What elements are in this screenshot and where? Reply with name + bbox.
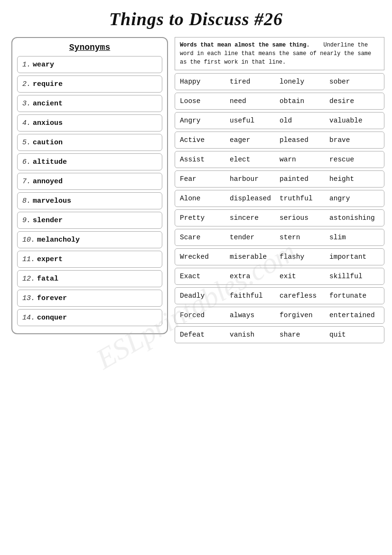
synonym-num: 10.: [22, 236, 35, 244]
answer-word: quit: [329, 331, 379, 339]
answer-word: Defeat: [180, 331, 230, 339]
synonym-item: 10.melancholy: [17, 231, 162, 248]
synonym-num: 3.: [22, 100, 31, 108]
answer-word: valuable: [329, 117, 379, 124]
answer-row: Looseneedobtaindesire: [175, 93, 384, 110]
answer-word: warn: [280, 156, 329, 163]
synonym-item: 7.annoyed: [17, 173, 162, 190]
answer-word: painted: [280, 175, 329, 183]
answer-word: important: [329, 253, 379, 261]
synonym-num: 14.: [22, 314, 35, 322]
synonym-word: caution: [33, 139, 63, 147]
synonym-item: 2.require: [17, 75, 162, 93]
answer-word: Scare: [180, 234, 230, 241]
answer-word: Fear: [180, 175, 230, 183]
answer-word: Deadly: [180, 292, 230, 300]
synonym-num: 2.: [22, 80, 31, 88]
answer-word: tender: [230, 234, 280, 241]
synonym-item: 14.conquer: [17, 309, 162, 326]
synonym-item: 9.slender: [17, 212, 162, 229]
answer-word: skillful: [329, 273, 379, 280]
answer-word: truthful: [280, 195, 329, 202]
main-content: Synonyms 1.weary2.require3.ancient4.anxi…: [11, 37, 381, 346]
synonyms-column: Synonyms 1.weary2.require3.ancient4.anxi…: [11, 37, 168, 334]
answer-word: serious: [280, 214, 329, 222]
synonym-item: 6.altitude: [17, 153, 162, 170]
answer-word: pleased: [280, 136, 329, 144]
synonym-item: 1.weary: [17, 56, 162, 73]
synonym-num: 5.: [22, 139, 31, 147]
answer-word: angry: [329, 195, 379, 202]
synonym-word: annoyed: [33, 178, 63, 186]
answer-word: slim: [329, 234, 379, 241]
synonyms-heading: Synonyms: [17, 43, 162, 52]
answer-row: Prettysincereseriousastonishing: [175, 209, 384, 226]
synonym-word: expert: [37, 255, 63, 263]
synonym-num: 11.: [22, 255, 35, 263]
answer-word: fortunate: [329, 292, 379, 300]
answer-word: useful: [230, 117, 280, 124]
answer-word: displeased: [230, 195, 280, 202]
answer-word: vanish: [230, 331, 280, 339]
answer-word: exit: [280, 273, 329, 280]
answer-row: Happytiredlonelysober: [175, 73, 384, 90]
answer-row: Exactextraexitskillful: [175, 268, 384, 285]
answer-word: entertained: [329, 311, 379, 319]
answer-word: miserable: [230, 253, 280, 261]
synonym-word: altitude: [33, 158, 67, 166]
synonym-item: 3.ancient: [17, 95, 162, 112]
answer-word: need: [230, 97, 280, 105]
synonym-num: 6.: [22, 158, 31, 166]
answer-row: Wreckedmiserableflashyimportant: [175, 248, 384, 265]
answer-word: forgiven: [280, 311, 329, 319]
synonym-word: melancholy: [37, 236, 80, 244]
answer-row: Scaretendersternslim: [175, 229, 384, 246]
synonym-num: 9.: [22, 216, 31, 225]
answer-word: Assist: [180, 156, 230, 163]
answer-word: height: [329, 175, 379, 183]
answer-word: stern: [280, 234, 329, 241]
page-title: Things to Discuss #26: [11, 9, 381, 29]
synonym-item: 11.expert: [17, 251, 162, 268]
answer-word: Angry: [180, 117, 230, 124]
synonym-item: 4.anxious: [17, 114, 162, 132]
instruction-box: Words that mean almost the same thing. U…: [175, 37, 384, 70]
answer-word: Pretty: [180, 214, 230, 222]
answer-row: Forcedalwaysforgivenentertained: [175, 307, 384, 324]
answer-word: astonishing: [329, 214, 379, 222]
instruction-text1: Words that mean almost the same thing.: [180, 42, 310, 48]
synonym-word: require: [33, 80, 63, 88]
synonyms-list: 1.weary2.require3.ancient4.anxious5.caut…: [17, 56, 162, 326]
answer-row: Fearharbourpaintedheight: [175, 170, 384, 188]
answer-word: extra: [230, 273, 280, 280]
answer-word: obtain: [280, 97, 329, 105]
answer-word: desire: [329, 97, 379, 105]
answer-word: Forced: [180, 311, 230, 319]
answers-column: Words that mean almost the same thing. U…: [175, 37, 384, 346]
synonym-item: 5.caution: [17, 134, 162, 151]
answer-word: elect: [230, 156, 280, 163]
answer-word: lonely: [280, 78, 329, 85]
answer-word: Happy: [180, 78, 230, 85]
synonym-item: 8.marvelous: [17, 192, 162, 209]
synonym-item: 12.fatal: [17, 270, 162, 287]
synonym-word: slender: [33, 216, 63, 225]
answer-word: tired: [230, 78, 280, 85]
answer-word: Loose: [180, 97, 230, 105]
answer-word: carefless: [280, 292, 329, 300]
answer-word: sober: [329, 78, 379, 85]
answer-word: flashy: [280, 253, 329, 261]
answer-word: faithful: [230, 292, 280, 300]
answer-word: Alone: [180, 195, 230, 202]
synonym-item: 13.forever: [17, 290, 162, 307]
synonym-word: marvelous: [33, 197, 71, 205]
synonym-num: 1.: [22, 61, 31, 69]
answer-row: Alonedispleasedtruthfulangry: [175, 190, 384, 207]
answer-word: rescue: [329, 156, 379, 163]
synonym-num: 13.: [22, 294, 35, 302]
answer-row: Defeatvanishsharequit: [175, 326, 384, 343]
synonym-word: fatal: [37, 275, 58, 283]
answer-word: eager: [230, 136, 280, 144]
synonym-num: 12.: [22, 275, 35, 283]
synonym-word: forever: [37, 294, 67, 302]
